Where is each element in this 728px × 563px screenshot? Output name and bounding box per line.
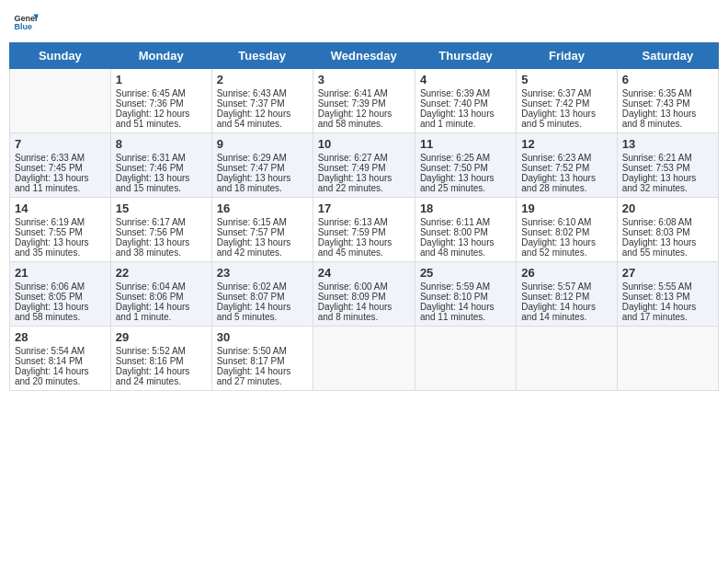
day-detail: Sunset: 7:57 PM — [217, 227, 308, 237]
day-detail: Sunrise: 6:04 AM — [116, 282, 207, 292]
day-detail: Sunset: 8:17 PM — [217, 356, 308, 366]
day-number: 13 — [622, 137, 713, 151]
day-detail: Daylight: 14 hours — [15, 366, 106, 376]
day-of-week-header: Tuesday — [211, 43, 313, 69]
calendar-cell: 4Sunrise: 6:39 AMSunset: 7:40 PMDaylight… — [415, 69, 516, 133]
day-detail: Daylight: 13 hours — [318, 173, 410, 183]
day-detail: and 52 minutes. — [521, 247, 611, 258]
day-detail: and 27 minutes. — [217, 376, 308, 386]
day-detail: and 25 minutes. — [420, 183, 511, 193]
day-detail: Sunrise: 6:02 AM — [217, 282, 308, 292]
day-number: 29 — [116, 330, 207, 344]
day-number: 10 — [318, 137, 410, 151]
day-detail: and 8 minutes. — [318, 312, 410, 322]
day-detail: Sunrise: 6:19 AM — [15, 217, 106, 227]
day-detail: Sunset: 8:12 PM — [521, 292, 611, 302]
day-number: 25 — [420, 266, 511, 280]
day-detail: Sunset: 8:00 PM — [420, 227, 511, 237]
day-detail: Sunset: 7:36 PM — [116, 98, 207, 109]
day-detail: Daylight: 13 hours — [15, 173, 106, 183]
day-number: 17 — [318, 201, 410, 215]
day-number: 21 — [15, 266, 106, 280]
day-detail: Sunset: 7:52 PM — [521, 163, 611, 173]
calendar-week-row: 28Sunrise: 5:54 AMSunset: 8:14 PMDayligh… — [10, 327, 719, 391]
day-detail: Sunrise: 6:25 AM — [420, 153, 511, 163]
day-detail: Sunrise: 6:33 AM — [15, 153, 106, 163]
day-detail: Sunrise: 6:43 AM — [217, 88, 308, 98]
day-detail: Sunrise: 6:37 AM — [521, 88, 611, 98]
day-number: 23 — [217, 266, 308, 280]
day-detail: Sunrise: 5:57 AM — [521, 282, 611, 292]
day-detail: Sunset: 7:46 PM — [116, 163, 207, 173]
day-detail: Daylight: 13 hours — [116, 173, 207, 183]
calendar-cell: 27Sunrise: 5:55 AMSunset: 8:13 PMDayligh… — [617, 262, 718, 327]
calendar-cell: 23Sunrise: 6:02 AMSunset: 8:07 PMDayligh… — [211, 262, 313, 327]
day-detail: Sunrise: 6:13 AM — [318, 217, 410, 227]
calendar-cell: 12Sunrise: 6:23 AMSunset: 7:52 PMDayligh… — [517, 133, 617, 198]
day-detail: Sunset: 8:16 PM — [116, 356, 207, 366]
calendar-cell — [415, 327, 516, 391]
day-number: 14 — [15, 201, 106, 215]
day-number: 11 — [420, 137, 511, 151]
calendar-cell: 28Sunrise: 5:54 AMSunset: 8:14 PMDayligh… — [10, 327, 111, 391]
day-detail: Sunrise: 6:23 AM — [521, 153, 611, 163]
day-detail: Sunset: 7:47 PM — [217, 163, 308, 173]
calendar-cell: 20Sunrise: 6:08 AMSunset: 8:03 PMDayligh… — [617, 198, 718, 262]
day-detail: and 58 minutes. — [318, 119, 410, 129]
day-number: 18 — [420, 201, 511, 215]
calendar-cell: 15Sunrise: 6:17 AMSunset: 7:56 PMDayligh… — [110, 198, 211, 262]
day-detail: Daylight: 12 hours — [116, 109, 207, 119]
day-detail: Daylight: 14 hours — [116, 366, 207, 376]
day-detail: and 20 minutes. — [15, 376, 106, 386]
day-number: 12 — [521, 137, 611, 151]
calendar-cell: 13Sunrise: 6:21 AMSunset: 7:53 PMDayligh… — [617, 133, 718, 198]
calendar-cell: 17Sunrise: 6:13 AMSunset: 7:59 PMDayligh… — [313, 198, 415, 262]
day-detail: and 51 minutes. — [116, 119, 207, 129]
day-detail: Daylight: 13 hours — [521, 109, 611, 119]
day-detail: Sunrise: 6:39 AM — [420, 88, 511, 98]
day-detail: Sunrise: 6:06 AM — [15, 282, 106, 292]
day-of-week-header: Monday — [110, 43, 211, 69]
day-detail: Sunset: 8:06 PM — [116, 292, 207, 302]
day-of-week-header: Thursday — [415, 43, 516, 69]
day-detail: Daylight: 12 hours — [217, 109, 308, 119]
day-detail: Sunset: 8:02 PM — [521, 227, 611, 237]
calendar-cell — [517, 327, 617, 391]
day-detail: Sunset: 8:07 PM — [217, 292, 308, 302]
day-detail: Sunset: 7:53 PM — [622, 163, 713, 173]
day-number: 1 — [116, 73, 207, 86]
calendar-cell: 2Sunrise: 6:43 AMSunset: 7:37 PMDaylight… — [211, 69, 313, 133]
calendar-cell: 25Sunrise: 5:59 AMSunset: 8:10 PMDayligh… — [415, 262, 516, 327]
day-of-week-header: Sunday — [10, 43, 111, 69]
day-number: 15 — [116, 201, 207, 215]
calendar-cell: 22Sunrise: 6:04 AMSunset: 8:06 PMDayligh… — [110, 262, 211, 327]
day-detail: Daylight: 13 hours — [217, 173, 308, 183]
day-detail: and 1 minute. — [420, 119, 511, 129]
day-of-week-header: Wednesday — [313, 43, 415, 69]
day-detail: Daylight: 14 hours — [420, 302, 511, 312]
day-detail: and 58 minutes. — [15, 312, 106, 322]
calendar-cell: 8Sunrise: 6:31 AMSunset: 7:46 PMDaylight… — [110, 133, 211, 198]
svg-text:Blue: Blue — [14, 22, 32, 31]
day-detail: Sunrise: 6:45 AM — [116, 88, 207, 98]
day-detail: Sunrise: 6:27 AM — [318, 153, 410, 163]
day-detail: and 35 minutes. — [15, 247, 106, 258]
day-detail: and 45 minutes. — [318, 247, 410, 258]
calendar-cell: 14Sunrise: 6:19 AMSunset: 7:55 PMDayligh… — [10, 198, 111, 262]
day-detail: and 5 minutes. — [217, 312, 308, 322]
day-detail: and 22 minutes. — [318, 183, 410, 193]
day-number: 4 — [420, 73, 511, 86]
day-detail: Daylight: 14 hours — [217, 366, 308, 376]
day-number: 5 — [521, 73, 611, 86]
day-detail: and 8 minutes. — [622, 119, 713, 129]
day-detail: Sunset: 7:49 PM — [318, 163, 410, 173]
day-detail: Daylight: 13 hours — [521, 237, 611, 247]
day-number: 30 — [217, 330, 308, 344]
day-detail: and 14 minutes. — [521, 312, 611, 322]
day-detail: Sunrise: 6:31 AM — [116, 153, 207, 163]
calendar-table: SundayMondayTuesdayWednesdayThursdayFrid… — [9, 42, 719, 391]
calendar-cell — [617, 327, 718, 391]
calendar-cell: 3Sunrise: 6:41 AMSunset: 7:39 PMDaylight… — [313, 69, 415, 133]
day-detail: Sunset: 7:42 PM — [521, 98, 611, 109]
day-detail: Sunset: 7:37 PM — [217, 98, 308, 109]
